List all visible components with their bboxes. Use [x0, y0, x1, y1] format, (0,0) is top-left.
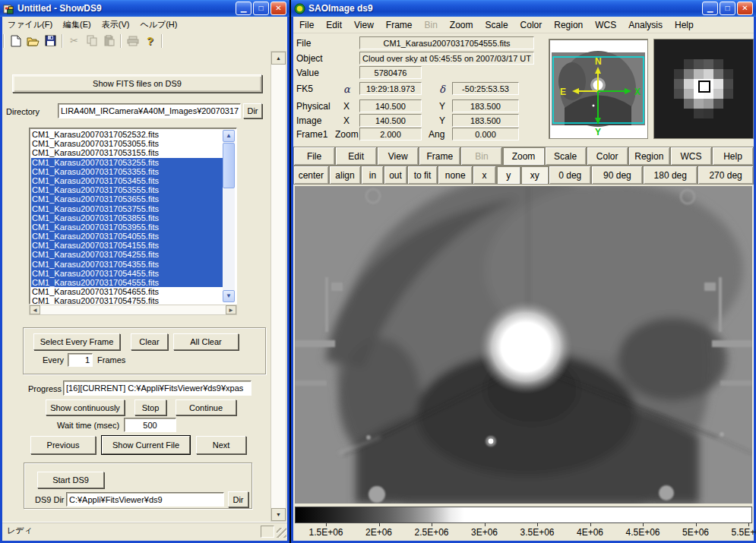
copy-icon[interactable] — [83, 33, 100, 49]
list-item[interactable]: CM1_Karasu20070317054755.fits — [31, 296, 223, 304]
list-item[interactable]: CM1_Karasu20070317053855.fits — [31, 213, 223, 223]
ds9-menu-view[interactable]: View — [348, 18, 380, 32]
panner[interactable]: N E X Y — [549, 39, 648, 139]
magnifier[interactable] — [653, 39, 754, 139]
list-item[interactable]: CM1_Karasu20070317053755.fits — [31, 204, 223, 213]
ds9-btn-90-deg[interactable]: 90 deg — [591, 166, 643, 185]
paste-icon[interactable] — [100, 33, 118, 49]
scroll-thumb[interactable] — [223, 143, 235, 188]
ds9-menu-scale[interactable]: Scale — [479, 18, 514, 32]
menu-item-2[interactable]: 表示(V) — [96, 17, 135, 32]
ds9-btn-view[interactable]: View — [377, 147, 419, 166]
list-item[interactable]: CM1_Karasu20070317054655.fits — [31, 287, 223, 296]
ds9-btn-180-deg[interactable]: 180 deg — [643, 166, 697, 185]
print-icon[interactable] — [124, 33, 141, 49]
previous-button[interactable]: Previous — [30, 436, 96, 454]
ds9-btn-x[interactable]: x — [473, 166, 496, 185]
next-button[interactable]: Next — [196, 436, 246, 454]
menu-item-0[interactable]: ファイル(F) — [2, 17, 58, 32]
ds9-btn-zoom[interactable]: Zoom — [502, 147, 544, 166]
clear-button[interactable]: Clear — [131, 333, 168, 350]
ds9-btn-xy[interactable]: xy — [520, 166, 549, 185]
wait-time-input[interactable]: 500 — [124, 418, 176, 432]
ds9-menu-edit[interactable]: Edit — [320, 18, 348, 32]
ds9-btn-y[interactable]: y — [496, 166, 520, 185]
list-item[interactable]: CM1_Karasu20070317053055.fits — [31, 139, 223, 148]
ds9-titlebar[interactable]: SAOImage ds9 ▁ □ ✕ — [291, 0, 756, 17]
close-button[interactable]: ✕ — [270, 2, 286, 15]
resize-grip[interactable] — [277, 528, 286, 538]
new-file-icon[interactable] — [7, 33, 24, 49]
directory-input[interactable]: LIRA40M_IRCamera¥A40M_Images¥20070317 — [58, 103, 241, 118]
list-item[interactable]: CM1_Karasu20070317054355.fits — [31, 260, 223, 269]
list-item[interactable]: CM1_Karasu20070317053455.fits — [31, 176, 223, 185]
ds9-menu-frame[interactable]: Frame — [380, 18, 419, 32]
show-current-file-button[interactable]: Show Current File — [102, 436, 190, 454]
minimize-button[interactable]: ▁ — [702, 2, 718, 15]
ds9-btn-frame[interactable]: Frame — [419, 147, 460, 166]
dir-button[interactable]: Dir — [243, 103, 262, 118]
ds9-btn-help[interactable]: Help — [712, 147, 754, 166]
show-continuously-button[interactable]: Show continuously — [46, 399, 125, 415]
ds9-btn-out[interactable]: out — [384, 166, 406, 185]
list-item[interactable]: CM1_Karasu20070317053355.fits — [31, 167, 223, 176]
ds9-btn-in[interactable]: in — [361, 166, 384, 185]
minimize-button[interactable]: ▁ — [236, 2, 251, 15]
scroll-up-icon[interactable]: ▲ — [223, 130, 235, 142]
ds9-menu-wcs[interactable]: WCS — [589, 18, 622, 32]
menu-item-1[interactable]: 編集(E) — [58, 17, 96, 32]
ds9-menu-analysis[interactable]: Analysis — [622, 18, 669, 32]
ds9-btn-color[interactable]: Color — [587, 147, 628, 166]
list-item[interactable]: CM1_Karasu20070317052532.fits — [31, 130, 223, 139]
ds9-btn-none[interactable]: none — [438, 166, 473, 185]
list-item[interactable]: CM1_Karasu20070317054455.fits — [31, 269, 223, 278]
every-input[interactable]: 1 — [68, 353, 93, 367]
close-button[interactable]: ✕ — [737, 2, 753, 15]
ds9-btn-file[interactable]: File — [293, 147, 335, 166]
ds9-menu-region[interactable]: Region — [548, 18, 589, 32]
ds9-btn-center[interactable]: center — [293, 166, 329, 185]
list-item[interactable]: CM1_Karasu20070317053955.fits — [31, 223, 223, 232]
scroll-right-icon[interactable]: ► — [226, 305, 236, 314]
show-fits-button[interactable]: Show FITS files on DS9 — [12, 74, 262, 93]
maximize-button[interactable]: □ — [253, 2, 269, 15]
scroll-left-icon[interactable]: ◄ — [30, 305, 40, 314]
list-item[interactable]: CM1_Karasu20070317053655.fits — [31, 194, 223, 204]
menu-item-3[interactable]: ヘルプ(H) — [134, 17, 182, 32]
ds9-dir-input[interactable]: C:¥Appli¥FitsViewer¥ds9 — [66, 492, 224, 507]
sky-image[interactable] — [295, 186, 752, 504]
list-item[interactable]: CM1_Karasu20070317053155.fits — [31, 148, 223, 157]
form-vscrollbar[interactable]: ▲ ▼ — [270, 51, 286, 522]
select-every-frame-button[interactable]: Select Every Frame — [33, 333, 120, 350]
ds9-btn-region[interactable]: Region — [628, 147, 670, 166]
ds9-menu-help[interactable]: Help — [669, 18, 700, 32]
list-item[interactable]: CM1_Karasu20070317054555.fits — [31, 278, 223, 287]
file-list-hscrollbar[interactable]: ◄ ► — [29, 305, 237, 315]
dir-button-2[interactable]: Dir — [228, 491, 248, 507]
colorbar[interactable] — [295, 507, 752, 523]
ds9-btn-wcs[interactable]: WCS — [670, 147, 712, 166]
all-clear-button[interactable]: All Clear — [173, 333, 239, 350]
showds9-titlebar[interactable]: Untitled - ShowDS9 ▁ □ ✕ — [0, 0, 289, 17]
ds9-btn-edit[interactable]: Edit — [335, 147, 377, 166]
file-listbox[interactable]: CM1_Karasu20070317052532.fitsCM1_Karasu2… — [29, 128, 237, 305]
list-item[interactable]: CM1_Karasu20070317054255.fits — [31, 250, 223, 259]
list-item[interactable]: CM1_Karasu20070317053555.fits — [31, 185, 223, 194]
ds9-menu-file[interactable]: File — [293, 18, 320, 32]
help-icon[interactable]: ? — [141, 33, 159, 49]
list-item[interactable]: CM1_Karasu20070317053255.fits — [31, 158, 223, 167]
ds9-btn-align[interactable]: align — [329, 166, 362, 185]
list-item[interactable]: CM1_Karasu20070317054055.fits — [31, 232, 223, 241]
maximize-button[interactable]: □ — [720, 2, 735, 15]
form-scroll-down-icon[interactable]: ▼ — [271, 508, 286, 521]
cut-icon[interactable]: ✂ — [65, 33, 83, 49]
ds9-btn-0-deg[interactable]: 0 deg — [549, 166, 591, 185]
ds9-menu-zoom[interactable]: Zoom — [444, 18, 479, 32]
ds9-btn-to-fit[interactable]: to fit — [407, 166, 438, 185]
save-icon[interactable] — [42, 33, 59, 49]
stop-button[interactable]: Stop — [134, 399, 166, 415]
list-item[interactable]: CM1_Karasu20070317054155.fits — [31, 241, 223, 250]
open-folder-icon[interactable] — [24, 33, 42, 49]
ds9-btn-scale[interactable]: Scale — [545, 147, 587, 166]
continue-button[interactable]: Continue — [176, 399, 236, 415]
